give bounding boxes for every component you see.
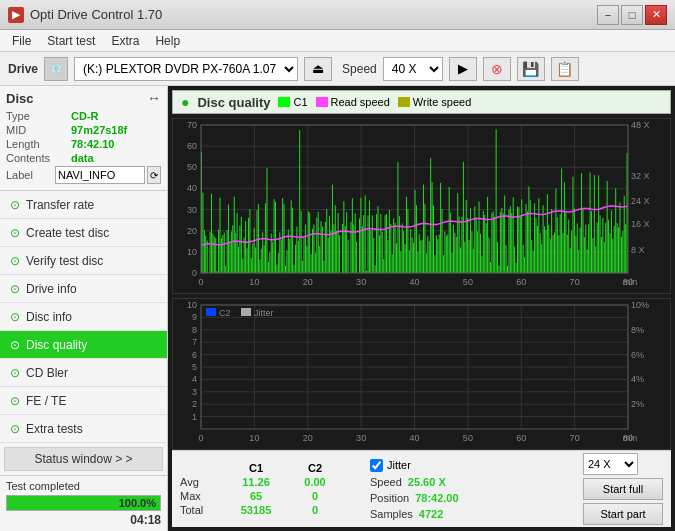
label-refresh-button[interactable]: ⟳ xyxy=(147,166,161,184)
menu-help[interactable]: Help xyxy=(147,32,188,50)
erase-button[interactable]: ⊗ xyxy=(483,57,511,81)
type-value: CD-R xyxy=(71,110,99,122)
jitter-checkbox[interactable] xyxy=(370,459,383,472)
position-label: Position xyxy=(370,492,409,504)
legend-c1-box xyxy=(278,97,290,107)
extra-tests-icon: ⊙ xyxy=(10,422,20,436)
label-input[interactable] xyxy=(55,166,145,184)
disc-quality-icon: ⊙ xyxy=(10,338,20,352)
legend-c1-label: C1 xyxy=(293,96,307,108)
label-label: Label xyxy=(6,169,55,181)
legend-read-speed: Read speed xyxy=(316,96,390,108)
verify-test-icon: ⊙ xyxy=(10,254,20,268)
nav-transfer-rate-label: Transfer rate xyxy=(26,198,94,212)
length-value: 78:42.10 xyxy=(71,138,114,150)
speed-select[interactable]: 40 X xyxy=(383,57,443,81)
nav-extra-tests-label: Extra tests xyxy=(26,422,83,436)
maximize-button[interactable]: □ xyxy=(621,5,643,25)
speed-apply-button[interactable]: ▶ xyxy=(449,57,477,81)
close-button[interactable]: ✕ xyxy=(645,5,667,25)
position-value: 78:42.00 xyxy=(415,492,458,504)
drive-select[interactable]: (K:) PLEXTOR DVDR PX-760A 1.07 xyxy=(74,57,298,81)
nav-fe-te[interactable]: ⊙ FE / TE xyxy=(0,387,167,415)
length-label: Length xyxy=(6,138,71,150)
speed-label: Speed xyxy=(342,62,377,76)
type-label: Type xyxy=(6,110,71,122)
progress-percent: 100.0% xyxy=(119,497,156,509)
legend-read-speed-box xyxy=(316,97,328,107)
nav-disc-info-label: Disc info xyxy=(26,310,72,324)
cd-bler-icon: ⊙ xyxy=(10,366,20,380)
burn-speed-select[interactable]: 24 X 40 X 48 X 52 X xyxy=(583,453,638,475)
status-window-button[interactable]: Status window > > xyxy=(4,447,163,471)
main-layout: Disc ↔ Type CD-R MID 97m27s18f Length 78… xyxy=(0,86,675,531)
speed-label-stats: Speed xyxy=(370,476,402,488)
app-icon: ▶ xyxy=(8,7,24,23)
legend-read-speed-label: Read speed xyxy=(331,96,390,108)
progress-area: Test completed 100.0% 04:18 xyxy=(0,475,167,531)
burn-button[interactable]: 💾 xyxy=(517,57,545,81)
nav-verify-test-label: Verify test disc xyxy=(26,254,103,268)
menu-bar: File Start test Extra Help xyxy=(0,30,675,52)
samples-label: Samples xyxy=(370,508,413,520)
transfer-rate-icon: ⊙ xyxy=(10,198,20,212)
status-window-label: Status window > > xyxy=(34,452,132,466)
nav-extra-tests[interactable]: ⊙ Extra tests xyxy=(0,415,167,443)
mid-value: 97m27s18f xyxy=(71,124,127,136)
stats-max-c1: 65 xyxy=(226,490,286,502)
c1-canvas xyxy=(173,119,670,293)
stats-avg-c2: 0.00 xyxy=(290,476,340,488)
disc-toggle[interactable]: ↔ xyxy=(147,90,161,106)
menu-file[interactable]: File xyxy=(4,32,39,50)
stats-max-c2: 0 xyxy=(290,490,340,502)
chart-title: Disc quality xyxy=(197,95,270,110)
nav-cd-bler-label: CD Bler xyxy=(26,366,68,380)
chart-title-icon: ● xyxy=(181,94,189,110)
stats-total-label: Total xyxy=(180,504,222,516)
stats-max-label: Max xyxy=(180,490,222,502)
nav-create-test-disc[interactable]: ⊙ Create test disc xyxy=(0,219,167,247)
nav-drive-info[interactable]: ⊙ Drive info xyxy=(0,275,167,303)
menu-extra[interactable]: Extra xyxy=(103,32,147,50)
menu-start-test[interactable]: Start test xyxy=(39,32,103,50)
save-button[interactable]: 📋 xyxy=(551,57,579,81)
drive-label: Drive xyxy=(8,62,38,76)
nav-cd-bler[interactable]: ⊙ CD Bler xyxy=(0,359,167,387)
nav-disc-quality-label: Disc quality xyxy=(26,338,87,352)
minimize-button[interactable]: − xyxy=(597,5,619,25)
stats-avg-c1: 11.26 xyxy=(226,476,286,488)
window-controls: − □ ✕ xyxy=(597,5,667,25)
nav-verify-test-disc[interactable]: ⊙ Verify test disc xyxy=(0,247,167,275)
action-buttons: 24 X 40 X 48 X 52 X Start full Start par… xyxy=(583,453,663,525)
drive-info-icon: ⊙ xyxy=(10,282,20,296)
nav-fe-te-label: FE / TE xyxy=(26,394,66,408)
time-display: 04:18 xyxy=(6,513,161,527)
mid-label: MID xyxy=(6,124,71,136)
drive-icon: 💿 xyxy=(44,57,68,81)
legend-write-speed-label: Write speed xyxy=(413,96,472,108)
disc-section: Disc ↔ Type CD-R MID 97m27s18f Length 78… xyxy=(0,86,167,191)
stats-avg-label: Avg xyxy=(180,476,222,488)
samples-value: 4722 xyxy=(419,508,443,520)
progress-bar-container: 100.0% xyxy=(6,495,161,511)
legend-write-speed: Write speed xyxy=(398,96,472,108)
nav-menu: ⊙ Transfer rate ⊙ Create test disc ⊙ Ver… xyxy=(0,191,167,443)
speed-value-stats: 25.60 X xyxy=(408,476,446,488)
title-bar: ▶ Opti Drive Control 1.70 − □ ✕ xyxy=(0,0,675,30)
fe-te-icon: ⊙ xyxy=(10,394,20,408)
stats-c2-header: C2 xyxy=(290,462,340,474)
chart-bottom xyxy=(172,298,671,450)
nav-disc-quality[interactable]: ⊙ Disc quality xyxy=(0,331,167,359)
stats-c1-header: C1 xyxy=(226,462,286,474)
test-completed-label: Test completed xyxy=(6,480,161,492)
create-test-icon: ⊙ xyxy=(10,226,20,240)
start-part-button[interactable]: Start part xyxy=(583,503,663,525)
eject-button[interactable]: ⏏ xyxy=(304,57,332,81)
nav-disc-info[interactable]: ⊙ Disc info xyxy=(0,303,167,331)
contents-value: data xyxy=(71,152,94,164)
jitter-label: Jitter xyxy=(387,459,411,471)
nav-transfer-rate[interactable]: ⊙ Transfer rate xyxy=(0,191,167,219)
legend-c1: C1 xyxy=(278,96,307,108)
start-full-button[interactable]: Start full xyxy=(583,478,663,500)
right-panel: ● Disc quality C1 Read speed Write speed xyxy=(168,86,675,531)
